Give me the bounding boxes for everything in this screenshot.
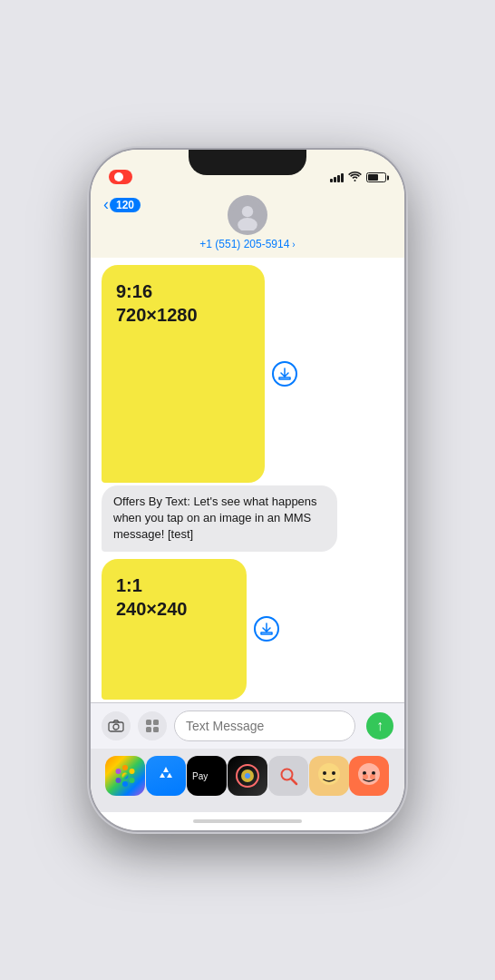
send-button[interactable]: ↑ [366, 712, 393, 740]
back-chevron-icon: ‹ [103, 195, 109, 214]
dock-icon-appstore[interactable] [146, 756, 186, 796]
svg-point-14 [116, 778, 121, 783]
text-input-wrapper[interactable] [174, 710, 355, 741]
send-arrow-icon: ↑ [376, 719, 383, 733]
download-button-2[interactable] [254, 616, 279, 642]
svg-point-29 [370, 774, 375, 779]
svg-point-19 [245, 773, 250, 779]
svg-point-9 [122, 773, 129, 779]
mms-image-1-text: 9:16720×1280 [116, 279, 198, 327]
text-bubble-1[interactable]: Offers By Text: Let's see what happens w… [102, 485, 337, 552]
svg-point-23 [323, 771, 326, 775]
contact-number-text: +1 (551) 205-5914 [199, 238, 289, 250]
svg-rect-6 [153, 720, 159, 725]
back-count[interactable]: 120 [110, 198, 141, 212]
contact-chevron-icon: › [292, 240, 295, 250]
home-indicator [91, 812, 404, 830]
battery-fill [368, 174, 378, 181]
signal-bar-1 [330, 179, 333, 182]
wifi-icon [348, 171, 362, 184]
svg-point-15 [116, 769, 121, 774]
battery-icon [366, 172, 386, 182]
dock-icon-photos[interactable] [105, 756, 145, 796]
svg-point-13 [122, 781, 128, 787]
home-bar [193, 819, 302, 823]
svg-point-4 [113, 724, 119, 730]
contact-avatar[interactable] [228, 195, 267, 235]
phone-frame: ‹ 120 +1 (551) 205-5914 › 9 [91, 150, 404, 830]
mms-wrapper-1: 9:16720×1280 [102, 265, 265, 483]
status-left [109, 170, 132, 184]
camera-button[interactable] [102, 711, 131, 740]
dock-icon-memoji1[interactable] [309, 756, 349, 796]
input-area: ↑ [91, 702, 404, 749]
svg-rect-7 [146, 727, 151, 732]
svg-point-1 [242, 206, 253, 217]
svg-text:Pay: Pay [192, 771, 208, 781]
mms-image-2[interactable]: 1:1240×240 [102, 559, 247, 700]
contact-number[interactable]: +1 (551) 205-5914 › [199, 238, 295, 250]
svg-line-21 [291, 779, 296, 784]
mms-wrapper-2: 1:1240×240 [102, 559, 247, 700]
mms-image-1[interactable]: 9:16720×1280 [102, 265, 265, 483]
text-bubble-1-content: Offers By Text: Let's see what happens w… [113, 495, 317, 541]
apps-button[interactable] [138, 711, 167, 740]
dock-icon-applepay[interactable]: Pay [187, 756, 227, 796]
download-button-1[interactable] [272, 361, 297, 387]
dock: Pay [91, 749, 404, 812]
message-group-1: 9:16720×1280 Offers By Text: Let's see w… [102, 265, 393, 552]
text-message-input[interactable] [186, 719, 344, 733]
svg-point-28 [363, 774, 368, 779]
dock-icon-search[interactable] [268, 756, 308, 796]
signal-bar-3 [337, 175, 340, 182]
svg-rect-8 [153, 727, 159, 732]
message-group-2: 1:1240×240 Offers By Text: Let's see wha… [102, 559, 393, 702]
svg-point-11 [130, 769, 135, 774]
notch [189, 150, 306, 175]
svg-point-12 [130, 778, 135, 783]
record-dot [114, 172, 123, 181]
messages-area[interactable]: 9:16720×1280 Offers By Text: Let's see w… [91, 258, 404, 702]
status-right [330, 171, 386, 184]
dock-icon-memoji2[interactable] [349, 756, 389, 796]
dock-icon-freeform[interactable] [228, 756, 267, 796]
mms-image-2-text: 1:1240×240 [116, 573, 187, 621]
signal-bar-4 [341, 173, 344, 182]
signal-bars-icon [330, 173, 344, 182]
record-indicator [109, 170, 132, 184]
svg-point-10 [122, 765, 128, 770]
svg-point-24 [332, 771, 335, 775]
signal-bar-2 [334, 177, 336, 182]
back-button[interactable]: ‹ 120 [103, 195, 141, 214]
svg-rect-5 [146, 720, 151, 725]
screen: ‹ 120 +1 (551) 205-5914 › 9 [91, 150, 404, 830]
